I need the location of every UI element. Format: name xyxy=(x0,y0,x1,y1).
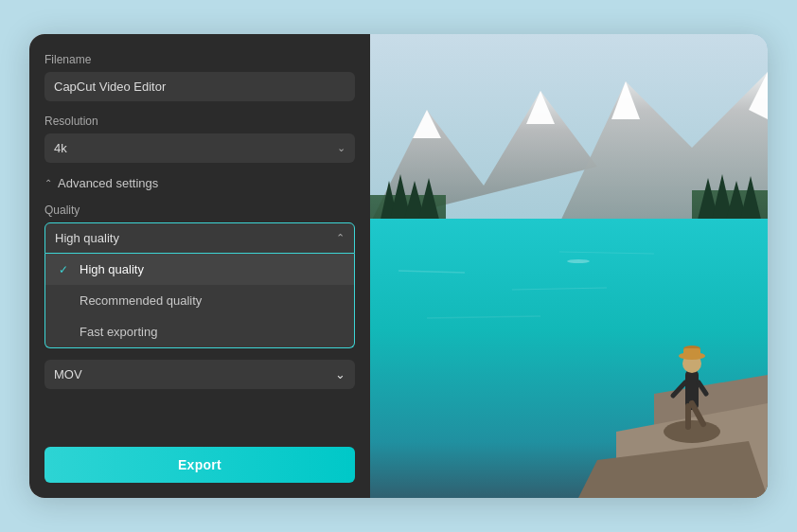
quality-option-fast[interactable]: ✓ Fast exporting xyxy=(45,316,354,347)
chevron-up-icon: ⌃ xyxy=(336,232,345,244)
check-icon: ✓ xyxy=(59,263,72,276)
filename-input[interactable] xyxy=(44,72,355,101)
quality-option-fast-label: Fast exporting xyxy=(80,325,157,339)
svg-point-22 xyxy=(567,259,590,263)
export-button[interactable]: Export xyxy=(44,447,355,483)
main-window: Filename Resolution 4k ⌄ ⌃ Advanced sett… xyxy=(29,34,768,498)
advanced-settings-toggle[interactable]: ⌃ Advanced settings xyxy=(44,176,355,190)
resolution-label: Resolution xyxy=(44,115,355,128)
preview-panel xyxy=(370,34,768,498)
quality-option-high[interactable]: ✓ High quality xyxy=(45,254,354,285)
export-panel: Filename Resolution 4k ⌄ ⌃ Advanced sett… xyxy=(29,34,370,498)
quality-option-high-label: High quality xyxy=(80,262,144,276)
quality-dropdown-button[interactable]: High quality ⌃ xyxy=(44,222,355,254)
svg-rect-28 xyxy=(685,403,691,430)
quality-option-recommended-label: Recommended quality xyxy=(80,293,202,308)
filename-label: Filename xyxy=(44,53,355,66)
quality-option-recommended[interactable]: ✓ Recommended quality xyxy=(45,285,354,316)
chevron-down-icon: ⌄ xyxy=(337,142,345,154)
advanced-settings-label: Advanced settings xyxy=(58,176,158,190)
check-placeholder-icon2: ✓ xyxy=(59,326,72,339)
caret-up-icon: ⌃ xyxy=(44,178,52,188)
check-placeholder-icon: ✓ xyxy=(59,294,72,308)
resolution-dropdown[interactable]: 4k ⌄ xyxy=(44,133,355,163)
format-value: MOV xyxy=(54,367,82,381)
svg-rect-35 xyxy=(683,348,700,358)
quality-label: Quality xyxy=(44,204,355,217)
quality-selected-value: High quality xyxy=(55,231,119,245)
resolution-value: 4k xyxy=(54,141,67,155)
preview-image xyxy=(370,34,768,498)
quality-menu: ✓ High quality ✓ Recommended quality ✓ F… xyxy=(44,254,355,348)
format-chevron-down-icon: ⌄ xyxy=(335,367,345,381)
svg-point-26 xyxy=(664,420,720,443)
format-dropdown[interactable]: MOV ⌄ xyxy=(44,360,355,389)
